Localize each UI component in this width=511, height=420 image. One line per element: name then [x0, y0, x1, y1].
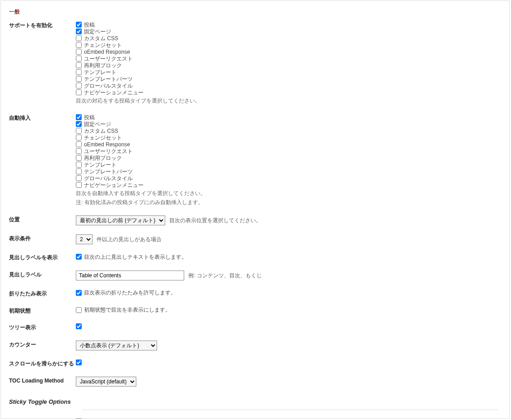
select-position[interactable]: 最初の見出しの前 (デフォルト) [76, 215, 165, 225]
enable-support-label-0: 投稿 [84, 22, 95, 28]
desc-auto-insert-2: 注: 有効化済みの投稿タイプにのみ自動挿入します。 [76, 197, 498, 206]
row-counter: カウンター 小数点表示 (デフォルト) [1, 341, 509, 359]
field-show-condition: 2 件以上の見出しがある場合 [76, 234, 509, 244]
desc-auto-insert-1: 目次を自動挿入する投稿タイプを選択してください。 [76, 188, 498, 197]
enable-support-checkbox-2[interactable] [76, 35, 82, 41]
row-enable-support: サポートを有効化 投稿固定ページカスタム CSSチェンジセットoEmbed Re… [1, 21, 509, 114]
enable-support-label-5: ユーザーリクエスト [84, 56, 133, 62]
auto-insert-checkbox-1[interactable] [76, 121, 82, 127]
checkbox-tree-view[interactable] [76, 323, 82, 329]
field-enable-support: 投稿固定ページカスタム CSSチェンジセットoEmbed Responseユーザ… [76, 21, 509, 105]
label-sticky-onoff: On/Off [9, 418, 76, 419]
enable-support-checkbox-1[interactable] [76, 28, 82, 34]
enable-support-label-7: テンプレート [84, 69, 116, 75]
enable-support-checkbox-6[interactable] [76, 62, 82, 68]
enable-support-checkbox-9[interactable] [76, 83, 82, 89]
select-show-condition[interactable]: 2 [76, 234, 93, 244]
field-sticky-onoff [76, 418, 509, 419]
auto-insert-label-0: 投稿 [84, 114, 95, 121]
label-tree-view: ツリー表示 [9, 323, 76, 331]
label-show-heading-label: 見出しラベルを表示 [9, 253, 76, 261]
settings-panel: 一般 サポートを有効化 投稿固定ページカスタム CSSチェンジセットoEmbed… [0, 0, 510, 419]
auto-insert-checkbox-8[interactable] [76, 168, 82, 174]
field-heading-label: 例: コンテンツ、目次、もくじ [76, 271, 509, 280]
label-initial-state: 初期状態 [9, 307, 76, 315]
enable-support-label-1: 固定ページ [84, 28, 111, 35]
row-sticky-onoff: On/Off [1, 418, 509, 419]
label-counter: カウンター [9, 341, 76, 349]
enable-support-checkbox-3[interactable] [76, 42, 82, 48]
desc-enable-support: 目次の対応をする投稿タイプを選択してください。 [76, 96, 498, 105]
auto-insert-label-4: oEmbed Response [84, 141, 130, 148]
enable-support-checkbox-7[interactable] [76, 69, 82, 75]
row-initial-state: 初期状態 初期状態で目次を非表示にします。 [1, 307, 509, 324]
auto-insert-label-8: テンプレートパーツ [84, 168, 133, 175]
row-auto-insert: 自動挿入 投稿固定ページカスタム CSSチェンジセットoEmbed Respon… [1, 114, 509, 215]
checkbox-sticky-onoff[interactable] [76, 418, 82, 419]
text-collapsible: 目次表示の折りたたみを許可します。 [84, 289, 176, 296]
label-position: 位置 [9, 215, 76, 224]
auto-insert-checkbox-9[interactable] [76, 175, 82, 181]
example-heading-label: 例: コンテンツ、目次、もくじ [188, 272, 262, 279]
label-auto-insert: 自動挿入 [9, 114, 76, 122]
label-enable-support: サポートを有効化 [9, 21, 76, 29]
auto-insert-checkbox-5[interactable] [76, 148, 82, 154]
checkbox-initial-state[interactable] [76, 307, 82, 313]
text-initial-state: 初期状態で目次を非表示にします。 [84, 307, 171, 313]
field-show-heading-label: 目次の上に見出しテキストを表示します。 [76, 253, 509, 260]
checkbox-smooth-scroll[interactable] [76, 359, 82, 365]
enable-support-checkbox-4[interactable] [76, 49, 82, 55]
label-collapsible: 折りたたみ表示 [9, 289, 76, 298]
enable-support-checkbox-10[interactable] [76, 89, 82, 95]
field-toc-loading: JavaScript (default) [76, 377, 509, 387]
auto-insert-checkbox-0[interactable] [76, 114, 82, 120]
row-toc-loading: TOC Loading Method JavaScript (default) [1, 377, 509, 396]
auto-insert-label-10: ナビゲーションメニュー [84, 182, 144, 188]
enable-support-label-10: ナビゲーションメニュー [84, 89, 144, 96]
enable-support-checkbox-8[interactable] [76, 76, 82, 82]
input-heading-label[interactable] [76, 271, 184, 280]
auto-insert-label-7: テンプレート [84, 162, 116, 168]
divider-sticky [82, 410, 498, 410]
auto-insert-checkbox-7[interactable] [76, 162, 82, 168]
desc-show-condition: 件以上の見出しがある場合 [97, 236, 162, 243]
row-heading-label: 見出しラベル 例: コンテンツ、目次、もくじ [1, 271, 509, 289]
enable-support-label-3: チェンジセット [84, 42, 122, 48]
field-auto-insert: 投稿固定ページカスタム CSSチェンジセットoEmbed Responseユーザ… [76, 114, 509, 206]
select-toc-loading[interactable]: JavaScript (default) [76, 377, 136, 387]
row-collapsible: 折りたたみ表示 目次表示の折りたたみを許可します。 [1, 289, 509, 307]
row-show-condition: 表示条件 2 件以上の見出しがある場合 [1, 234, 509, 253]
section-title-general: 一般 [1, 1, 509, 21]
enable-support-label-6: 再利用ブロック [84, 62, 122, 69]
checkbox-show-heading-label[interactable] [76, 254, 82, 260]
checkbox-collapsible[interactable] [76, 290, 82, 296]
field-counter: 小数点表示 (デフォルト) [76, 341, 509, 350]
row-tree-view: ツリー表示 [1, 323, 509, 341]
auto-insert-label-9: グローバルスタイル [84, 175, 133, 182]
auto-insert-label-6: 再利用ブロック [84, 155, 122, 161]
section-title-sticky: Sticky Toggle Options [1, 396, 509, 405]
auto-insert-checkbox-2[interactable] [76, 128, 82, 134]
enable-support-label-4: oEmbed Response [84, 49, 130, 55]
label-show-condition: 表示条件 [9, 234, 76, 243]
auto-insert-checkbox-6[interactable] [76, 155, 82, 161]
field-tree-view [76, 323, 509, 331]
label-smooth-scroll: スクロールを滑らかにする [9, 359, 76, 368]
label-heading-label: 見出しラベル [9, 271, 76, 279]
auto-insert-checkbox-3[interactable] [76, 135, 82, 140]
auto-insert-label-1: 固定ページ [84, 121, 111, 127]
row-smooth-scroll: スクロールを滑らかにする [1, 359, 509, 377]
desc-position: 目次の表示位置を選択してください。 [169, 217, 261, 224]
enable-support-label-2: カスタム CSS [84, 35, 118, 42]
field-smooth-scroll [76, 359, 509, 367]
label-toc-loading: TOC Loading Method [9, 377, 76, 385]
auto-insert-checkbox-4[interactable] [76, 141, 82, 147]
row-show-heading-label: 見出しラベルを表示 目次の上に見出しテキストを表示します。 [1, 253, 509, 271]
auto-insert-label-2: カスタム CSS [84, 128, 118, 134]
enable-support-label-8: テンプレートパーツ [84, 76, 133, 82]
auto-insert-checkbox-10[interactable] [76, 182, 82, 188]
select-counter[interactable]: 小数点表示 (デフォルト) [76, 341, 157, 350]
enable-support-checkbox-0[interactable] [76, 22, 82, 28]
enable-support-checkbox-5[interactable] [76, 56, 82, 61]
field-collapsible: 目次表示の折りたたみを許可します。 [76, 289, 509, 296]
